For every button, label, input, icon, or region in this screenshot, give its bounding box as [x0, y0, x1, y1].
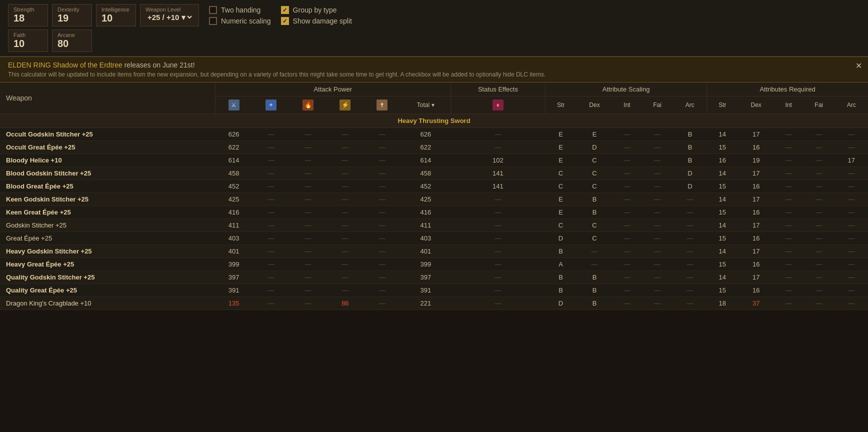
arcane-label: Arcane — [58, 32, 86, 38]
weapon-name-cell: Heavy Godskin Stitcher +25 — [0, 245, 215, 258]
table-row[interactable]: Dragon King's Cragblade +10135——86—221—D… — [0, 297, 868, 310]
table-row[interactable]: Bloody Helice +10614————614102EC——B1619—… — [0, 154, 868, 167]
two-handing-checkbox[interactable] — [209, 6, 217, 14]
group-by-type-option: Group by type — [281, 6, 352, 14]
weapon-name-cell: Blood Great Épée +25 — [0, 180, 215, 193]
light-icon-header: ⚡ — [326, 96, 364, 114]
holy-icon-header: ✝ — [364, 96, 400, 114]
weapon-name-cell: Keen Godskin Stitcher +25 — [0, 193, 215, 206]
intelligence-label: Intelligence — [102, 6, 130, 12]
weapon-name-cell: Blood Godskin Stitcher +25 — [0, 167, 215, 180]
scale-arc-header: Arc — [673, 96, 706, 114]
show-damage-split-option: Show damage split — [281, 17, 352, 25]
strength-stat: Strength 18 — [8, 4, 48, 26]
announcement-title: ELDEN RING Shadow of the Erdtree release… — [8, 61, 860, 69]
two-handing-label: Two handing — [221, 6, 260, 14]
show-damage-split-label: Show damage split — [293, 17, 352, 25]
arcane-value: 80 — [58, 38, 86, 50]
faith-label: Faith — [14, 32, 42, 38]
fire-icon: 🔥 — [302, 100, 314, 110]
table-row[interactable]: Keen Great Épée +25416————416—EB———1516—… — [0, 206, 868, 219]
announcement-suffix: releases on June 21st! — [124, 61, 195, 69]
table-row[interactable]: Quality Great Épée +25391————391—BB———15… — [0, 284, 868, 297]
weapon-level-select[interactable]: +25 / +10 ▾ — [146, 12, 194, 22]
weapon-name-cell: Occult Godskin Stitcher +25 — [0, 128, 215, 141]
weapon-name-cell: Bloody Helice +10 — [0, 154, 215, 167]
fire-icon-header: 🔥 — [290, 96, 326, 114]
weapon-level-box[interactable]: Weapon Level +25 / +10 ▾ — [140, 4, 199, 26]
weapons-table: Weapon Attack Power Status Effects Attri… — [0, 82, 868, 310]
scale-dex-header: Dex — [576, 96, 613, 114]
group-header-row: Heavy Thrusting Sword — [0, 114, 868, 128]
table-header-groups: Weapon Attack Power Status Effects Attri… — [0, 82, 868, 96]
weapons-table-container: Weapon Attack Power Status Effects Attri… — [0, 82, 868, 310]
weapon-name-cell: Keen Great Épée +25 — [0, 206, 215, 219]
lightning-icon: ⚡ — [340, 100, 350, 110]
announcement-close-button[interactable]: ✕ — [856, 61, 862, 70]
weapon-name-cell: Great Épée +25 — [0, 232, 215, 245]
weapon-name-cell: Quality Great Épée +25 — [0, 284, 215, 297]
dexterity-value: 19 — [58, 12, 86, 24]
req-str-header: Str — [707, 96, 738, 114]
dexterity-label: Dexterity — [58, 6, 86, 12]
weapon-name-cell: Dragon King's Cragblade +10 — [0, 297, 215, 310]
req-int-header: Int — [774, 96, 803, 114]
announcement-body: This calculator will be updated to inclu… — [8, 71, 860, 78]
req-arc-header: Arc — [835, 96, 868, 114]
table-row[interactable]: Occult Great Épée +25622————622—ED——B151… — [0, 141, 868, 154]
table-row[interactable]: Heavy Great Épée +25399————399—A————1516… — [0, 258, 868, 271]
weapon-name-cell: Occult Great Épée +25 — [0, 141, 215, 154]
table-row[interactable]: Godskin Stitcher +25411————411—CC———1417… — [0, 219, 868, 232]
bleed-icon: ♦ — [492, 100, 504, 110]
table-row[interactable]: Blood Great Épée +25452————452141CC——D15… — [0, 180, 868, 193]
table-row[interactable]: Keen Godskin Stitcher +25425————425—EB——… — [0, 193, 868, 206]
strength-label: Strength — [14, 6, 42, 12]
scale-int-header: Int — [612, 96, 641, 114]
scale-str-header: Str — [545, 96, 576, 114]
scale-fai-header: Fai — [642, 96, 674, 114]
phys-icon-header: ⚔ — [215, 96, 252, 114]
magic-icon: ✦ — [266, 100, 276, 110]
announcement-highlight: ELDEN RING Shadow of the Erdtree — [8, 61, 122, 69]
intelligence-stat: Intelligence 10 — [96, 4, 136, 26]
stats-section: Strength 18 Dexterity 19 Intelligence 10… — [8, 4, 199, 52]
announcement-banner: ELDEN RING Shadow of the Erdtree release… — [0, 56, 868, 82]
stat-row-bottom: Faith 10 Arcane 80 — [8, 30, 199, 52]
two-handing-option: Two handing — [209, 6, 271, 14]
strength-value: 18 — [14, 12, 42, 24]
group-by-type-label: Group by type — [293, 6, 337, 14]
table-row[interactable]: Heavy Godskin Stitcher +25401————401—B——… — [0, 245, 868, 258]
faith-stat: Faith 10 — [8, 30, 48, 52]
intelligence-value: 10 — [102, 12, 130, 24]
arcane-stat: Arcane 80 — [52, 30, 92, 52]
weapon-level-label: Weapon Level — [146, 6, 194, 12]
numeric-scaling-option: Numeric scaling — [209, 17, 271, 25]
status-effects-header: Status Effects — [450, 82, 545, 96]
faith-value: 10 — [14, 38, 42, 50]
options-group-2: Group by type Show damage split — [281, 4, 352, 25]
table-row[interactable]: Blood Godskin Stitcher +25458————458141C… — [0, 167, 868, 180]
physical-icon: ⚔ — [228, 100, 240, 110]
req-dex-header: Dex — [738, 96, 774, 114]
options-group: Two handing Numeric scaling — [209, 4, 271, 25]
stat-row-top: Strength 18 Dexterity 19 Intelligence 10… — [8, 4, 199, 26]
attributes-required-header: Attributes Required — [707, 82, 868, 96]
weapon-column-header: Weapon — [0, 82, 215, 114]
numeric-scaling-checkbox[interactable] — [209, 17, 217, 25]
attack-power-header: Attack Power — [215, 82, 450, 96]
magic-icon-header: ✦ — [252, 96, 290, 114]
numeric-scaling-label: Numeric scaling — [221, 17, 271, 25]
show-damage-split-checkbox[interactable] — [281, 17, 289, 25]
table-row[interactable]: Great Épée +25403————403—DC———1516——— — [0, 232, 868, 245]
weapon-name-cell: Quality Godskin Stitcher +25 — [0, 271, 215, 284]
weapon-name-cell: Heavy Great Épée +25 — [0, 258, 215, 271]
table-body: Heavy Thrusting SwordOccult Godskin Stit… — [0, 114, 868, 310]
table-row[interactable]: Quality Godskin Stitcher +25397————397—B… — [0, 271, 868, 284]
top-bar: Strength 18 Dexterity 19 Intelligence 10… — [0, 0, 868, 56]
holy-icon: ✝ — [376, 100, 388, 110]
dexterity-stat: Dexterity 19 — [52, 4, 92, 26]
weapon-name-cell: Godskin Stitcher +25 — [0, 219, 215, 232]
table-row[interactable]: Occult Godskin Stitcher +25626————626—EE… — [0, 128, 868, 141]
status-icon-header: ♦ — [450, 96, 545, 114]
group-by-type-checkbox[interactable] — [281, 6, 289, 14]
